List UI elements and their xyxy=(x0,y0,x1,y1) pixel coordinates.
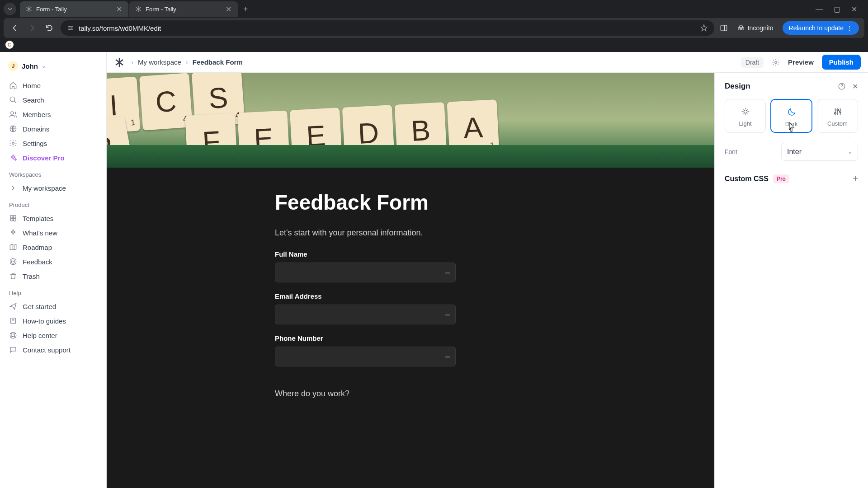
nav-domains[interactable]: Domains xyxy=(5,122,102,136)
form-title[interactable]: Feedback Form xyxy=(275,190,546,215)
nav-feedback[interactable]: Feedback xyxy=(5,254,102,269)
text-input[interactable]: ═ xyxy=(275,263,456,282)
relaunch-button[interactable]: Relaunch to update ⋮ xyxy=(783,21,859,35)
publish-button[interactable]: Publish xyxy=(822,55,861,70)
svg-point-18 xyxy=(12,334,14,337)
book-icon xyxy=(9,317,17,325)
incognito-indicator[interactable]: Incognito xyxy=(733,22,777,34)
nav-settings[interactable]: Settings xyxy=(5,136,102,150)
nav-discover-pro[interactable]: Discover Pro xyxy=(5,150,102,165)
nav-members[interactable]: Members xyxy=(5,107,102,122)
app-container: J John ⌄ Home Search Members xyxy=(0,52,868,488)
svg-point-21 xyxy=(744,110,747,113)
cover-image[interactable]: I1 C4 S4 R1 F1 E1 E1 D3 B3 xyxy=(107,73,714,168)
theme-options: Light Dark Custom xyxy=(725,99,858,133)
svg-point-2 xyxy=(69,29,71,30)
drag-handle-icon[interactable]: ═ xyxy=(445,311,450,318)
template-icon xyxy=(9,214,17,222)
close-icon[interactable]: ✕ xyxy=(115,4,123,14)
new-tab-button[interactable]: + xyxy=(239,2,253,17)
globe-icon xyxy=(9,125,17,133)
form-intro[interactable]: Let's start with your personal informati… xyxy=(275,228,546,238)
reload-button[interactable] xyxy=(43,22,55,34)
help-heading: Help xyxy=(5,283,102,299)
user-menu[interactable]: J John ⌄ xyxy=(5,58,102,74)
close-icon[interactable]: ✕ xyxy=(852,82,858,91)
tally-logo-icon[interactable] xyxy=(114,57,125,68)
nav-whats-new[interactable]: What's new xyxy=(5,225,102,240)
nav-search[interactable]: Search xyxy=(5,93,102,107)
theme-custom[interactable]: Custom xyxy=(817,99,858,133)
add-css-button[interactable]: + xyxy=(853,174,858,184)
workspace-item[interactable]: My workspace xyxy=(5,181,102,195)
svg-point-23 xyxy=(834,113,836,114)
form-text-block[interactable]: Where do you work? xyxy=(275,389,546,399)
svg-point-19 xyxy=(775,61,777,63)
field-label[interactable]: Phone Number xyxy=(275,334,546,342)
theme-label: Light xyxy=(739,120,751,127)
app-body: J John ⌄ Home Search Members xyxy=(0,52,868,488)
nav-templates[interactable]: Templates xyxy=(5,211,102,225)
nav-howto[interactable]: How-to guides xyxy=(5,314,102,328)
site-settings-icon[interactable] xyxy=(67,24,74,32)
nav-contact-support[interactable]: Contact support xyxy=(5,343,102,357)
url-text: tally.so/forms/wd0MMK/edit xyxy=(79,24,695,32)
chevron-right-icon xyxy=(9,184,17,192)
preview-button[interactable]: Preview xyxy=(788,58,814,66)
font-select[interactable]: Inter ⌄ xyxy=(781,143,858,161)
tab-title: Form - Tally xyxy=(146,6,225,13)
drag-handle-icon[interactable]: ═ xyxy=(445,269,450,276)
nav-trash[interactable]: Trash xyxy=(5,269,102,283)
target-icon xyxy=(9,258,17,266)
maximize-button[interactable]: ▢ xyxy=(834,5,840,14)
forward-button[interactable] xyxy=(26,22,38,34)
chat-icon xyxy=(9,346,17,354)
breadcrumb-workspace[interactable]: My workspace xyxy=(138,58,181,66)
theme-dark[interactable]: Dark xyxy=(770,99,812,133)
breadcrumb-form[interactable]: Feedback Form xyxy=(193,58,243,66)
help-icon[interactable] xyxy=(838,82,846,91)
asterisk-icon xyxy=(135,5,142,13)
svg-point-5 xyxy=(10,97,15,102)
minimize-button[interactable]: — xyxy=(816,5,823,14)
font-row: Font Inter ⌄ xyxy=(725,143,858,161)
nav-home[interactable]: Home xyxy=(5,78,102,93)
field-label[interactable]: Email Address xyxy=(275,292,546,300)
nav-help-center[interactable]: Help center xyxy=(5,328,102,343)
close-window-button[interactable]: ✕ xyxy=(851,5,857,14)
custom-css-label: Custom CSS xyxy=(725,175,769,183)
svg-point-24 xyxy=(837,109,839,111)
panel-title: Design xyxy=(725,82,750,91)
avatar: J xyxy=(8,61,18,71)
sparkle-icon xyxy=(9,154,17,162)
back-button[interactable] xyxy=(9,22,21,34)
browser-tab[interactable]: Form - Tally ✕ xyxy=(129,1,238,17)
bookmark-icon[interactable] xyxy=(700,24,708,32)
side-panel-icon[interactable] xyxy=(720,24,728,32)
theme-light[interactable]: Light xyxy=(725,99,766,133)
google-shortcut[interactable]: G xyxy=(5,41,14,49)
svg-rect-12 xyxy=(14,219,16,221)
pro-badge: Pro xyxy=(773,174,789,183)
nav-roadmap[interactable]: Roadmap xyxy=(5,240,102,254)
chevron-right-icon: › xyxy=(131,58,133,66)
form-canvas[interactable]: I1 C4 S4 R1 F1 E1 E1 D3 B3 xyxy=(107,73,714,488)
address-bar[interactable]: tally.so/forms/wd0MMK/edit xyxy=(61,20,714,36)
tab-search-button[interactable] xyxy=(4,3,16,15)
browser-tab-active[interactable]: Form - Tally ✕ xyxy=(20,1,128,17)
text-input[interactable]: ═ xyxy=(275,305,456,324)
browser-chrome: Form - Tally ✕ Form - Tally ✕ + — ▢ ✕ ta… xyxy=(0,0,868,52)
nav-get-started[interactable]: Get started xyxy=(5,299,102,314)
field-label[interactable]: Full Name xyxy=(275,250,546,258)
drag-handle-icon[interactable]: ═ xyxy=(445,353,450,360)
trash-icon xyxy=(9,272,17,280)
app-header: › My workspace › Feedback Form Draft Pre… xyxy=(107,52,868,73)
settings-button[interactable] xyxy=(772,58,780,66)
home-icon xyxy=(9,81,17,89)
tile-rack xyxy=(107,145,714,168)
font-value: Inter xyxy=(787,148,802,156)
close-icon[interactable]: ✕ xyxy=(225,4,232,14)
text-input[interactable]: ═ xyxy=(275,347,456,366)
moon-icon xyxy=(787,107,797,117)
design-panel: Design ✕ Light Dark xyxy=(714,73,868,488)
